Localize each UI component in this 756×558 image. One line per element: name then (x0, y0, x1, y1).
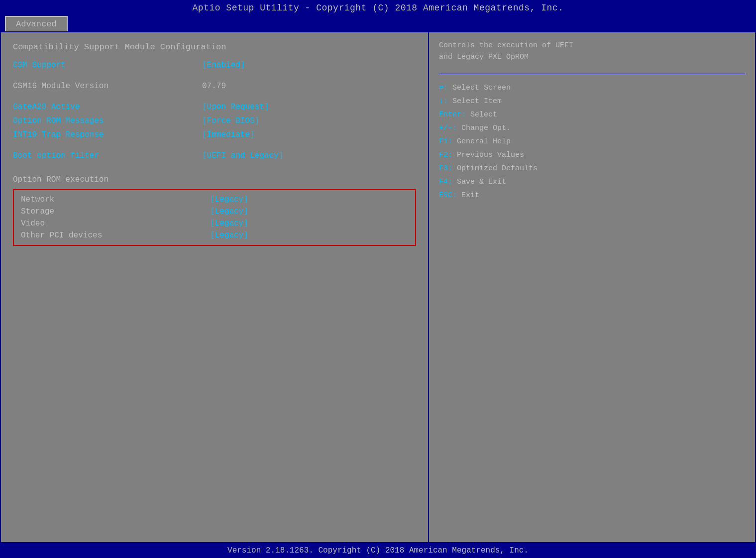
storage-label[interactable]: Storage (21, 207, 210, 216)
key-f4-desc: Save & Exit (457, 178, 506, 186)
divider (439, 74, 745, 74)
key-ud-arrows: ↕: (439, 97, 452, 106)
footer: Version 2.18.1263. Copyright (C) 2018 Am… (0, 543, 756, 558)
gatea20-value: [Upon Request] (202, 103, 269, 112)
option-rom-messages-label[interactable]: Option ROM Messages (13, 116, 202, 125)
key-select-screen-label: Select Screen (452, 84, 511, 92)
int19-label[interactable]: INT19 Trap Response (13, 130, 202, 139)
network-row: Network [Legacy] (21, 195, 408, 204)
key-f3-label: F3: (439, 164, 457, 173)
storage-row: Storage [Legacy] (21, 207, 408, 216)
key-enter-label: Enter: (439, 111, 470, 119)
boot-option-filter-row: Boot option filter [UEFI and Legacy] (13, 151, 416, 160)
tab-advanced-label: Advanced (16, 19, 57, 29)
help-text: Controls the execution of UEFIand Legacy… (439, 40, 745, 63)
key-plusminus-label: +/-: (439, 124, 461, 132)
key-f4-label: F4: (439, 178, 457, 186)
left-panel: Compatibility Support Module Configurati… (1, 32, 429, 542)
key-f3-desc: Optimized Defaults (457, 164, 538, 173)
option-rom-messages-value: [Force BIOS] (202, 116, 259, 125)
network-value: [Legacy] (210, 195, 248, 204)
key-f2-desc: Previous Values (457, 151, 524, 159)
network-label[interactable]: Network (21, 195, 210, 204)
key-esc: ESC: Exit (439, 189, 745, 202)
bios-screen: Aptio Setup Utility - Copyright (C) 2018… (0, 0, 756, 558)
storage-value: [Legacy] (210, 207, 248, 216)
key-select-item: ↕: Select Item (439, 95, 745, 108)
csm16-version-label: CSM16 Module Version (13, 82, 202, 91)
key-enter-desc: Select (470, 111, 497, 119)
key-f1: F1: General Help (439, 135, 745, 148)
footer-text: Version 2.18.1263. Copyright (C) 2018 Am… (227, 546, 529, 555)
key-f4: F4: Save & Exit (439, 175, 745, 189)
key-change-opt: +/-: Change Opt. (439, 121, 745, 135)
key-help: ⇄: Select Screen ↕: Select Item Enter: S… (439, 81, 745, 202)
key-f1-desc: General Help (457, 137, 511, 146)
key-f3: F3: Optimized Defaults (439, 162, 745, 175)
csm-support-label[interactable]: CSM Support (13, 61, 202, 70)
option-rom-exec-title: Option ROM execution (13, 175, 416, 184)
int19-value: [Immediate] (202, 130, 255, 139)
boot-option-filter-value: [UEFI and Legacy] (202, 151, 283, 160)
key-f2: F2: Previous Values (439, 148, 745, 162)
video-value: [Legacy] (210, 219, 248, 228)
gatea20-row: GateA20 Active [Upon Request] (13, 103, 416, 112)
csm16-version-row: CSM16 Module Version 07.79 (13, 82, 416, 91)
int19-row: INT19 Trap Response [Immediate] (13, 130, 416, 139)
csm-support-value: [Enabled] (202, 61, 245, 70)
right-panel: Controls the execution of UEFIand Legacy… (429, 32, 755, 542)
title-bar: Aptio Setup Utility - Copyright (C) 2018… (0, 0, 756, 16)
key-esc-label: ESC: (439, 191, 461, 200)
video-label[interactable]: Video (21, 219, 210, 228)
key-f1-label: F1: (439, 137, 457, 146)
csm16-version-value: 07.79 (202, 82, 226, 91)
boot-option-filter-label[interactable]: Boot option filter (13, 151, 202, 160)
key-select-screen: ⇄: Select Screen (439, 81, 745, 95)
title-text: Aptio Setup Utility - Copyright (C) 2018… (193, 3, 564, 13)
tab-bar: Advanced (0, 16, 756, 31)
csm-support-row: CSM Support [Enabled] (13, 61, 416, 70)
video-row: Video [Legacy] (21, 219, 408, 228)
other-pci-value: [Legacy] (210, 231, 248, 240)
key-select-item-label: Select Item (452, 97, 502, 106)
other-pci-label[interactable]: Other PCI devices (21, 231, 210, 240)
key-esc-desc: Exit (461, 191, 479, 200)
main-content: Compatibility Support Module Configurati… (0, 31, 756, 543)
key-f2-label: F2: (439, 151, 457, 159)
other-pci-row: Other PCI devices [Legacy] (21, 231, 408, 240)
tab-advanced[interactable]: Advanced (5, 16, 68, 31)
key-enter: Enter: Select (439, 108, 745, 121)
help-text-content: Controls the execution of UEFIand Legacy… (439, 41, 573, 61)
option-rom-execution-box: Network [Legacy] Storage [Legacy] Video … (13, 189, 416, 246)
gatea20-label[interactable]: GateA20 Active (13, 103, 202, 112)
section-title: Compatibility Support Module Configurati… (13, 42, 416, 52)
key-lr-arrows: ⇄: (439, 84, 452, 92)
option-rom-messages-row: Option ROM Messages [Force BIOS] (13, 116, 416, 125)
key-change-opt-desc: Change Opt. (461, 124, 511, 132)
